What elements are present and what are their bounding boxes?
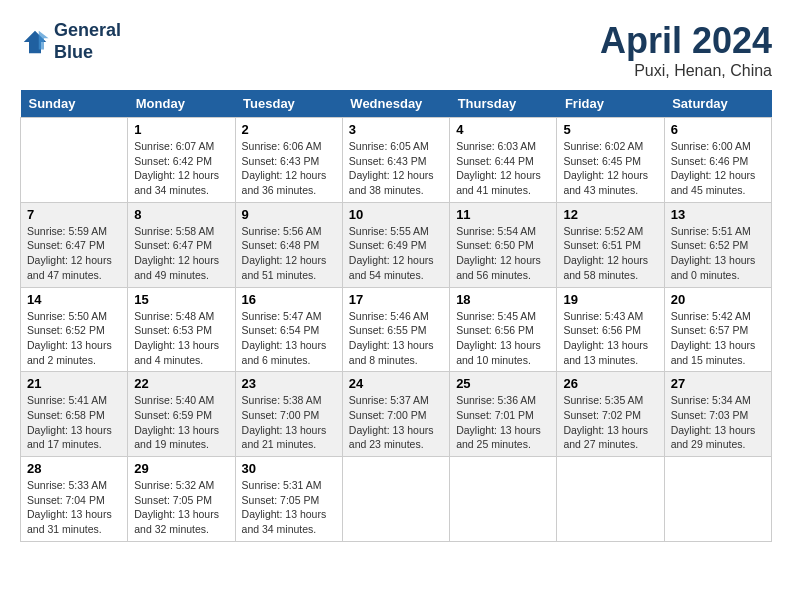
day-number: 19: [563, 292, 657, 307]
calendar-cell: 3Sunrise: 6:05 AM Sunset: 6:43 PM Daylig…: [342, 118, 449, 203]
cell-content: Sunrise: 5:46 AM Sunset: 6:55 PM Dayligh…: [349, 309, 443, 368]
cell-content: Sunrise: 5:31 AM Sunset: 7:05 PM Dayligh…: [242, 478, 336, 537]
calendar-cell: [342, 457, 449, 542]
day-number: 13: [671, 207, 765, 222]
logo-line2: Blue: [54, 42, 121, 64]
calendar-cell: [21, 118, 128, 203]
calendar-cell: [557, 457, 664, 542]
calendar-week-5: 28Sunrise: 5:33 AM Sunset: 7:04 PM Dayli…: [21, 457, 772, 542]
day-number: 20: [671, 292, 765, 307]
calendar-cell: [450, 457, 557, 542]
day-number: 14: [27, 292, 121, 307]
day-number: 30: [242, 461, 336, 476]
day-number: 1: [134, 122, 228, 137]
cell-content: Sunrise: 5:37 AM Sunset: 7:00 PM Dayligh…: [349, 393, 443, 452]
logo-line1: General: [54, 20, 121, 42]
calendar-cell: 4Sunrise: 6:03 AM Sunset: 6:44 PM Daylig…: [450, 118, 557, 203]
day-number: 2: [242, 122, 336, 137]
day-number: 22: [134, 376, 228, 391]
calendar-table: SundayMondayTuesdayWednesdayThursdayFrid…: [20, 90, 772, 542]
day-number: 7: [27, 207, 121, 222]
calendar-cell: 18Sunrise: 5:45 AM Sunset: 6:56 PM Dayli…: [450, 287, 557, 372]
cell-content: Sunrise: 5:40 AM Sunset: 6:59 PM Dayligh…: [134, 393, 228, 452]
cell-content: Sunrise: 5:38 AM Sunset: 7:00 PM Dayligh…: [242, 393, 336, 452]
title-area: April 2024 Puxi, Henan, China: [600, 20, 772, 80]
calendar-cell: 10Sunrise: 5:55 AM Sunset: 6:49 PM Dayli…: [342, 202, 449, 287]
day-number: 15: [134, 292, 228, 307]
calendar-cell: 29Sunrise: 5:32 AM Sunset: 7:05 PM Dayli…: [128, 457, 235, 542]
cell-content: Sunrise: 5:59 AM Sunset: 6:47 PM Dayligh…: [27, 224, 121, 283]
cell-content: Sunrise: 5:33 AM Sunset: 7:04 PM Dayligh…: [27, 478, 121, 537]
calendar-cell: 13Sunrise: 5:51 AM Sunset: 6:52 PM Dayli…: [664, 202, 771, 287]
calendar-cell: 28Sunrise: 5:33 AM Sunset: 7:04 PM Dayli…: [21, 457, 128, 542]
weekday-header-thursday: Thursday: [450, 90, 557, 118]
day-number: 10: [349, 207, 443, 222]
day-number: 24: [349, 376, 443, 391]
calendar-cell: 20Sunrise: 5:42 AM Sunset: 6:57 PM Dayli…: [664, 287, 771, 372]
weekday-header-saturday: Saturday: [664, 90, 771, 118]
calendar-cell: 22Sunrise: 5:40 AM Sunset: 6:59 PM Dayli…: [128, 372, 235, 457]
calendar-cell: 7Sunrise: 5:59 AM Sunset: 6:47 PM Daylig…: [21, 202, 128, 287]
day-number: 11: [456, 207, 550, 222]
cell-content: Sunrise: 6:07 AM Sunset: 6:42 PM Dayligh…: [134, 139, 228, 198]
calendar-cell: 8Sunrise: 5:58 AM Sunset: 6:47 PM Daylig…: [128, 202, 235, 287]
calendar-cell: 24Sunrise: 5:37 AM Sunset: 7:00 PM Dayli…: [342, 372, 449, 457]
cell-content: Sunrise: 5:56 AM Sunset: 6:48 PM Dayligh…: [242, 224, 336, 283]
weekday-header-tuesday: Tuesday: [235, 90, 342, 118]
day-number: 25: [456, 376, 550, 391]
day-number: 4: [456, 122, 550, 137]
calendar-cell: 16Sunrise: 5:47 AM Sunset: 6:54 PM Dayli…: [235, 287, 342, 372]
cell-content: Sunrise: 5:58 AM Sunset: 6:47 PM Dayligh…: [134, 224, 228, 283]
weekday-header-monday: Monday: [128, 90, 235, 118]
calendar-cell: 23Sunrise: 5:38 AM Sunset: 7:00 PM Dayli…: [235, 372, 342, 457]
day-number: 28: [27, 461, 121, 476]
calendar-week-4: 21Sunrise: 5:41 AM Sunset: 6:58 PM Dayli…: [21, 372, 772, 457]
month-title: April 2024: [600, 20, 772, 62]
svg-marker-1: [39, 30, 49, 49]
cell-content: Sunrise: 6:05 AM Sunset: 6:43 PM Dayligh…: [349, 139, 443, 198]
calendar-cell: 25Sunrise: 5:36 AM Sunset: 7:01 PM Dayli…: [450, 372, 557, 457]
page-header: General Blue April 2024 Puxi, Henan, Chi…: [20, 20, 772, 80]
day-number: 16: [242, 292, 336, 307]
calendar-cell: 19Sunrise: 5:43 AM Sunset: 6:56 PM Dayli…: [557, 287, 664, 372]
day-number: 17: [349, 292, 443, 307]
calendar-cell: 15Sunrise: 5:48 AM Sunset: 6:53 PM Dayli…: [128, 287, 235, 372]
cell-content: Sunrise: 5:45 AM Sunset: 6:56 PM Dayligh…: [456, 309, 550, 368]
calendar-cell: 17Sunrise: 5:46 AM Sunset: 6:55 PM Dayli…: [342, 287, 449, 372]
calendar-cell: 12Sunrise: 5:52 AM Sunset: 6:51 PM Dayli…: [557, 202, 664, 287]
cell-content: Sunrise: 5:54 AM Sunset: 6:50 PM Dayligh…: [456, 224, 550, 283]
calendar-week-1: 1Sunrise: 6:07 AM Sunset: 6:42 PM Daylig…: [21, 118, 772, 203]
cell-content: Sunrise: 5:42 AM Sunset: 6:57 PM Dayligh…: [671, 309, 765, 368]
day-number: 29: [134, 461, 228, 476]
cell-content: Sunrise: 6:06 AM Sunset: 6:43 PM Dayligh…: [242, 139, 336, 198]
weekday-header-wednesday: Wednesday: [342, 90, 449, 118]
day-number: 23: [242, 376, 336, 391]
calendar-cell: 11Sunrise: 5:54 AM Sunset: 6:50 PM Dayli…: [450, 202, 557, 287]
cell-content: Sunrise: 5:43 AM Sunset: 6:56 PM Dayligh…: [563, 309, 657, 368]
cell-content: Sunrise: 5:52 AM Sunset: 6:51 PM Dayligh…: [563, 224, 657, 283]
calendar-cell: 9Sunrise: 5:56 AM Sunset: 6:48 PM Daylig…: [235, 202, 342, 287]
calendar-cell: 27Sunrise: 5:34 AM Sunset: 7:03 PM Dayli…: [664, 372, 771, 457]
cell-content: Sunrise: 5:50 AM Sunset: 6:52 PM Dayligh…: [27, 309, 121, 368]
cell-content: Sunrise: 5:32 AM Sunset: 7:05 PM Dayligh…: [134, 478, 228, 537]
cell-content: Sunrise: 5:36 AM Sunset: 7:01 PM Dayligh…: [456, 393, 550, 452]
location-subtitle: Puxi, Henan, China: [600, 62, 772, 80]
calendar-cell: 30Sunrise: 5:31 AM Sunset: 7:05 PM Dayli…: [235, 457, 342, 542]
day-number: 21: [27, 376, 121, 391]
weekday-header-row: SundayMondayTuesdayWednesdayThursdayFrid…: [21, 90, 772, 118]
day-number: 27: [671, 376, 765, 391]
cell-content: Sunrise: 5:47 AM Sunset: 6:54 PM Dayligh…: [242, 309, 336, 368]
calendar-cell: 21Sunrise: 5:41 AM Sunset: 6:58 PM Dayli…: [21, 372, 128, 457]
weekday-header-friday: Friday: [557, 90, 664, 118]
logo: General Blue: [20, 20, 121, 63]
calendar-cell: 6Sunrise: 6:00 AM Sunset: 6:46 PM Daylig…: [664, 118, 771, 203]
logo-icon: [20, 27, 50, 57]
day-number: 9: [242, 207, 336, 222]
cell-content: Sunrise: 6:00 AM Sunset: 6:46 PM Dayligh…: [671, 139, 765, 198]
cell-content: Sunrise: 5:34 AM Sunset: 7:03 PM Dayligh…: [671, 393, 765, 452]
cell-content: Sunrise: 5:51 AM Sunset: 6:52 PM Dayligh…: [671, 224, 765, 283]
calendar-cell: 2Sunrise: 6:06 AM Sunset: 6:43 PM Daylig…: [235, 118, 342, 203]
calendar-cell: 14Sunrise: 5:50 AM Sunset: 6:52 PM Dayli…: [21, 287, 128, 372]
day-number: 12: [563, 207, 657, 222]
day-number: 3: [349, 122, 443, 137]
